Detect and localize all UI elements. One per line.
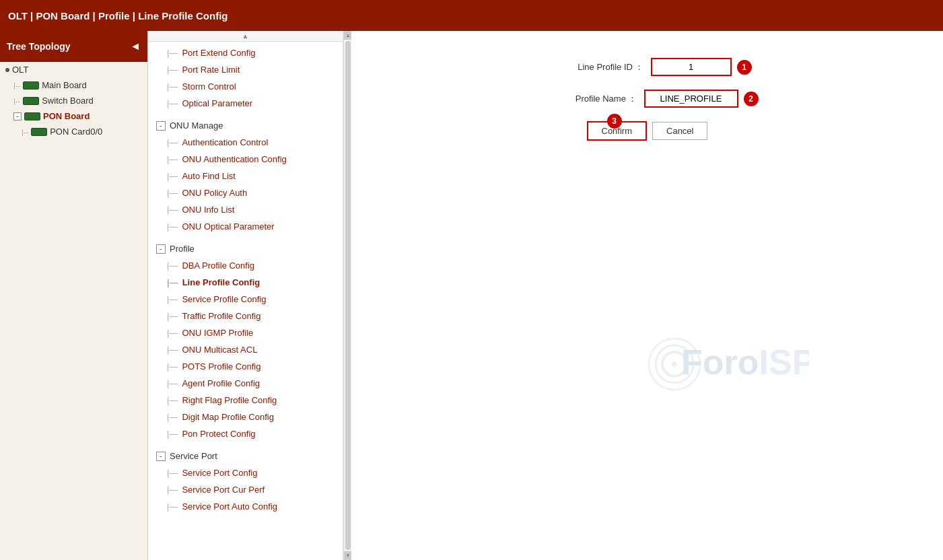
menu-item-dba-profile[interactable]: |— DBA Profile Config <box>148 257 343 274</box>
menu-item-service-profile[interactable]: |— Service Profile Config <box>148 291 343 308</box>
pon-board-expand-icon[interactable]: - <box>13 112 22 120</box>
svg-point-2 <box>649 339 700 390</box>
content-area: ▲ |— Port Extend Config |— Port Rate Lim… <box>148 31 943 560</box>
menu-item-pots-profile[interactable]: |— POTS Profile Config <box>148 358 343 375</box>
menu-item-onu-multicast[interactable]: |— ONU Multicast ACL <box>148 341 343 358</box>
sidebar-toggle-icon[interactable]: ◄ <box>130 40 141 53</box>
profile-label: Profile <box>170 244 195 254</box>
step-1-badge: 1 <box>737 60 752 75</box>
profile-name-input[interactable] <box>644 90 738 108</box>
menu-item-service-port-perf-label: Service Port Cur Perf <box>182 485 265 495</box>
port-section: |— Port Extend Config |— Port Rate Limit… <box>148 42 343 114</box>
svg-point-3 <box>672 361 677 367</box>
onu-manage-label: ONU Manage <box>170 120 223 131</box>
scroll-thumb[interactable] <box>345 41 351 550</box>
onu-manage-section: - ONU Manage |— Authentication Control |… <box>148 114 343 238</box>
menu-item-dba-label: DBA Profile Config <box>182 260 254 271</box>
watermark-svg: ForoISP <box>607 320 809 401</box>
menu-item-onu-igmp[interactable]: |— ONU IGMP Profile <box>148 324 343 341</box>
profile-header[interactable]: - Profile <box>148 240 343 257</box>
scroll-up-arrow[interactable]: ▲ <box>344 31 351 40</box>
tree-item-pon-card[interactable]: |-- PON Card0/0 <box>0 124 147 139</box>
menu-item-digit-map[interactable]: |— Digit Map Profile Config <box>148 409 343 425</box>
sidebar: Tree Topology ◄ OLT |-- Main Board |-- S… <box>0 31 148 560</box>
profile-section: - Profile |— DBA Profile Config |— Line … <box>148 238 343 445</box>
main-board-icon <box>23 81 39 90</box>
menu-item-port-rate-label: Port Rate Limit <box>182 65 240 75</box>
step-2-badge: 2 <box>744 92 759 106</box>
menu-item-auto-find[interactable]: |— Auto Find List <box>148 168 343 184</box>
sidebar-title: Tree Topology <box>7 41 71 52</box>
service-port-header[interactable]: - Service Port <box>148 448 343 464</box>
tree-pon-card-label: PON Card0/0 <box>50 127 102 137</box>
menu-item-right-flag[interactable]: |— Right Flag Profile Config <box>148 392 343 409</box>
line-profile-id-label: Line Profile ID ： <box>543 61 651 73</box>
switch-board-icon <box>23 97 39 105</box>
menu-item-port-extend[interactable]: |— Port Extend Config <box>148 44 343 61</box>
menu-item-right-flag-label: Right Flag Profile Config <box>182 395 277 405</box>
menu-panel: ▲ |— Port Extend Config |— Port Rate Lim… <box>148 31 343 560</box>
breadcrumb: OLT | PON Board | Profile | Line Profile… <box>8 10 228 22</box>
menu-item-onu-info-label: ONU Info List <box>182 205 234 215</box>
menu-item-pon-protect-label: Pon Protect Config <box>182 429 255 439</box>
tree-main-board-label: Main Board <box>42 80 86 90</box>
svg-point-1 <box>656 345 693 383</box>
tree-item-switch-board[interactable]: |-- Switch Board <box>0 93 147 108</box>
menu-item-auth-label: Authentication Control <box>182 137 268 147</box>
menu-item-traffic-profile[interactable]: |— Traffic Profile Config <box>148 308 343 324</box>
header: OLT | PON Board | Profile | Line Profile… <box>0 0 943 31</box>
service-port-label: Service Port <box>170 451 217 461</box>
menu-item-multicast-label: ONU Multicast ACL <box>182 345 257 355</box>
menu-item-auth-control[interactable]: |— Authentication Control <box>148 134 343 151</box>
line-profile-id-input[interactable] <box>651 58 732 76</box>
menu-item-service-port-auto-label: Service Port Auto Config <box>182 501 277 512</box>
menu-item-onu-info[interactable]: |— ONU Info List <box>148 201 343 218</box>
profile-name-label: Profile Name ： <box>536 93 644 105</box>
menu-item-onu-optical[interactable]: |— ONU Optical Parameter <box>148 218 343 235</box>
menu-item-optical-param[interactable]: |— Optical Parameter <box>148 95 343 112</box>
pon-board-icon <box>24 112 40 120</box>
menu-item-service-port-config[interactable]: |— Service Port Config <box>148 464 343 481</box>
menu-item-port-extend-label: Port Extend Config <box>182 48 255 58</box>
menu-item-onu-auth-config[interactable]: |— ONU Authentication Config <box>148 151 343 168</box>
onu-manage-header[interactable]: - ONU Manage <box>148 117 343 134</box>
onu-manage-expand-icon[interactable]: - <box>156 121 166 131</box>
menu-item-digit-map-label: Digit Map Profile Config <box>182 412 274 422</box>
menu-item-agent-profile[interactable]: |— Agent Profile Config <box>148 375 343 392</box>
svg-text:ForoISP: ForoISP <box>681 343 809 382</box>
menu-item-pots-label: POTS Profile Config <box>182 361 260 372</box>
menu-item-agent-label: Agent Profile Config <box>182 378 260 388</box>
service-port-expand-icon[interactable]: - <box>156 452 166 461</box>
profile-expand-icon[interactable]: - <box>156 244 166 254</box>
menu-item-port-rate[interactable]: |— Port Rate Limit <box>148 61 343 78</box>
menu-item-storm-control[interactable]: |— Storm Control <box>148 78 343 95</box>
menu-item-service-port-perf[interactable]: |— Service Port Cur Perf <box>148 481 343 498</box>
svg-point-0 <box>662 352 687 376</box>
menu-item-storm-label: Storm Control <box>182 81 236 92</box>
menu-item-onu-policy[interactable]: |— ONU Policy Auth <box>148 184 343 201</box>
cancel-button[interactable]: Cancel <box>652 122 707 140</box>
tree-item-olt[interactable]: OLT <box>0 62 147 77</box>
tree-pon-board-label: PON Board <box>43 111 90 121</box>
menu-item-line-profile[interactable]: |— Line Profile Config <box>148 274 343 291</box>
profile-name-row: Profile Name ： 2 <box>365 90 930 108</box>
pon-card-icon <box>31 128 47 136</box>
menu-item-service-port-config-label: Service Port Config <box>182 468 257 478</box>
form-panel: ForoISP Line Profile ID ： 1 Profile Name… <box>351 31 943 560</box>
service-port-section: - Service Port |— Service Port Config |—… <box>148 445 343 518</box>
button-row: 3 Confirm Cancel <box>365 121 930 141</box>
tree-item-pon-board[interactable]: - PON Board <box>0 108 147 124</box>
watermark: ForoISP <box>607 320 809 403</box>
line-profile-id-row: Line Profile ID ： 1 <box>365 58 930 76</box>
menu-item-service-port-auto[interactable]: |— Service Port Auto Config <box>148 498 343 515</box>
menu-item-traffic-label: Traffic Profile Config <box>182 311 260 321</box>
menu-item-pon-protect[interactable]: |— Pon Protect Config <box>148 425 343 442</box>
scroll-down-arrow[interactable]: ▼ <box>344 551 351 560</box>
form-fields: Line Profile ID ： 1 Profile Name ： 2 3 C… <box>351 31 943 154</box>
menu-scrollbar[interactable]: ▲ ▼ <box>343 31 351 560</box>
olt-icon <box>5 68 9 72</box>
step-3-badge: 3 <box>607 114 622 129</box>
menu-item-onu-auth-label: ONU Authentication Config <box>182 154 286 164</box>
scroll-up-indicator[interactable]: ▲ <box>148 31 343 42</box>
tree-item-main-board[interactable]: |-- Main Board <box>0 77 147 93</box>
